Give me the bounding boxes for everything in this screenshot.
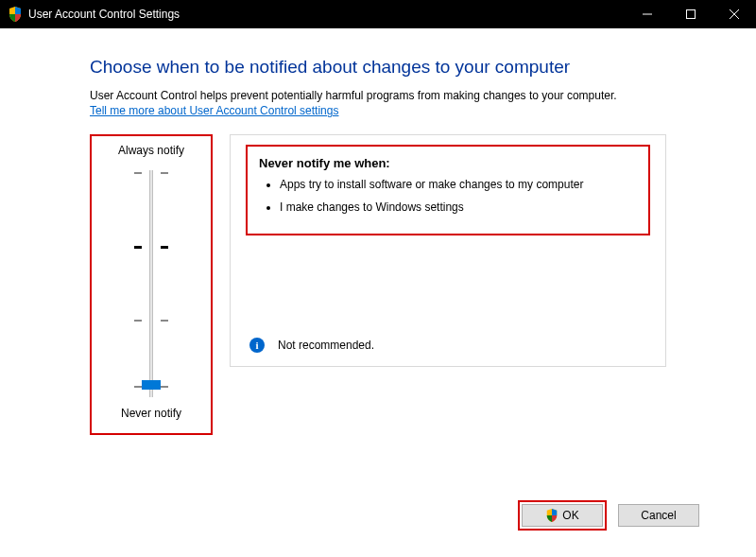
content-area: Choose when to be notified about changes…	[0, 28, 756, 435]
cancel-button[interactable]: Cancel	[618, 504, 699, 527]
window-title: User Account Control Settings	[28, 8, 180, 21]
minimize-button[interactable]	[626, 0, 669, 28]
help-link[interactable]: Tell me more about User Account Control …	[90, 104, 338, 117]
slider-track[interactable]	[113, 170, 189, 397]
slider-label-never: Never notify	[121, 407, 181, 420]
bullet-windows-settings: I make changes to Windows settings	[280, 200, 637, 216]
notification-description-panel: Never notify me when: Apps try to instal…	[230, 134, 666, 367]
cancel-button-label: Cancel	[641, 509, 676, 522]
ok-button[interactable]: OK	[522, 504, 603, 527]
page-description: User Account Control helps prevent poten…	[90, 89, 666, 102]
selected-level-title: Never notify me when:	[259, 156, 637, 170]
shield-icon	[8, 7, 23, 22]
close-button[interactable]	[713, 0, 756, 28]
shield-icon	[545, 509, 558, 522]
recommendation-text: Not recommended.	[278, 339, 374, 352]
recommendation-status: i Not recommended.	[249, 338, 374, 353]
ok-button-label: OK	[562, 509, 578, 522]
maximize-button[interactable]	[669, 0, 713, 28]
dialog-buttons: OK Cancel	[518, 500, 699, 531]
svg-rect-1	[687, 10, 696, 19]
titlebar: User Account Control Settings	[0, 0, 756, 28]
selected-level-box: Never notify me when: Apps try to instal…	[246, 145, 650, 235]
page-heading: Choose when to be notified about changes…	[90, 57, 666, 78]
notification-slider[interactable]: Always notify Never notify	[90, 134, 213, 435]
window-controls	[626, 0, 756, 28]
slider-label-always: Always notify	[118, 144, 184, 157]
bullet-apps-install: Apps try to install software or make cha…	[280, 178, 637, 193]
info-icon: i	[249, 338, 265, 353]
slider-thumb[interactable]	[142, 380, 161, 390]
ok-button-highlight: OK	[518, 500, 607, 531]
